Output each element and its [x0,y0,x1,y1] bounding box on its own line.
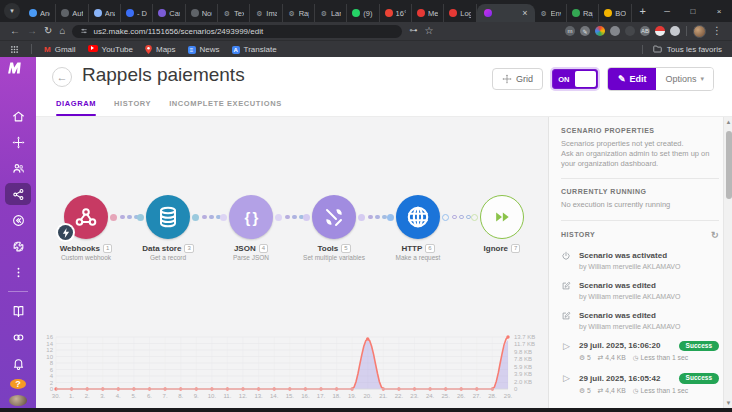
browser-tab[interactable]: ⚙Text [218,4,250,22]
colors-icon[interactable] [595,26,605,36]
browser-tab[interactable]: Anc [24,4,56,22]
play-icon: ▷ [561,341,572,352]
edit-button[interactable]: ✎ Edit [608,68,657,90]
bookmark-gmail[interactable]: MGmail [44,45,76,54]
ab-icon[interactable]: AB [640,26,650,36]
module-ignore[interactable]: Ignore7 [462,195,542,253]
module-circle[interactable] [312,195,356,239]
history-event-item[interactable]: Scenario was editedby William merveille … [561,281,719,300]
back-button[interactable]: ← [52,67,72,87]
pen-icon[interactable]: ✎ [580,26,590,36]
browser-tab[interactable]: ⚙Ima [250,4,282,22]
history-event-item[interactable]: Scenario was editedby William merveille … [561,311,719,330]
module-circle[interactable] [480,195,524,239]
browser-tab[interactable]: Mes [412,4,444,22]
sidebar-item-apps[interactable] [5,235,31,257]
browser-tab[interactable]: 16°I [380,4,412,22]
svg-text:6: 6 [50,367,54,373]
browser-tab[interactable]: Nou [186,4,218,22]
module-circle[interactable] [64,195,108,239]
module-circle[interactable]: { } [229,195,273,239]
module-webhooks[interactable]: Webhooks1Custom webhook [46,195,126,261]
options-button[interactable]: Options ▾ [656,68,713,90]
apps-grid-icon[interactable] [10,45,19,54]
pokeball-icon[interactable] [655,26,665,36]
scroll-up-icon[interactable]: ▲ [724,117,732,127]
address-bar[interactable]: us2.make.com/1151656/scenarios/2493999/e… [72,25,402,38]
sidebar-item-grid-move[interactable] [5,131,31,153]
sidebar-item-templates[interactable] [5,209,31,231]
tab-search-button[interactable]: ▾ [4,3,20,19]
history-run-item[interactable]: ▷29 juil. 2025, 16:05:42Success⚙ 5⇄ 4,4 … [561,373,719,395]
forward-icon[interactable]: → [27,26,37,36]
browser-tab[interactable]: Cam [153,4,185,22]
browser-tab-active[interactable]: × [477,4,535,22]
browser-tab[interactable]: Rap [567,4,599,22]
maximize-button[interactable]: □ [680,0,706,22]
sidebar-item-more[interactable] [5,261,31,283]
browser-tab[interactable]: BOV [599,4,631,22]
grid-button[interactable]: Grid [492,68,543,90]
module-number-badge: 3 [184,244,193,253]
user-avatar[interactable] [9,395,27,406]
browser-tab[interactable]: - Dr [121,4,153,22]
browser-tab[interactable]: Ana [89,4,121,22]
history-refresh-icon[interactable]: ↻ [711,230,719,240]
scenario-on-toggle[interactable]: ON [552,69,598,89]
module-http[interactable]: HTTP6Make a request [378,195,458,261]
sidebar-item-docs[interactable] [5,300,31,322]
all-bookmarks[interactable]: Tous les favoris [642,45,722,54]
bookmark-translate[interactable]: ATranslate [232,45,277,54]
hidden-icon[interactable] [625,26,635,36]
module-circle[interactable] [146,195,190,239]
scenario-properties-title: SCENARIO PROPERTIES [561,127,719,134]
sidebar-item-team[interactable] [5,157,31,179]
browser-tab[interactable]: ⚙Env [535,4,567,22]
bookmark-news[interactable]: ≡News [188,45,220,54]
meet-icon[interactable]: m [565,26,575,36]
back-icon[interactable]: ← [10,26,20,36]
globe-icon [94,9,102,17]
refresh-icon[interactable]: ↻ [44,26,52,36]
browser-tab[interactable]: Aut [56,4,88,22]
help-button[interactable]: ? [10,379,26,389]
history-run-item[interactable]: ▷29 juil. 2025, 16:06:20Success⚙ 5⇄ 4,4 … [561,341,719,363]
new-tab-button[interactable]: + [632,5,654,17]
svg-text:20.: 20. [364,393,373,399]
module-json[interactable]: { }JSON4Parse JSON [211,195,291,261]
home-icon[interactable]: ⌂ [59,26,65,36]
bookmark-star-icon[interactable]: ☆ [424,26,433,36]
grid-move-icon [502,74,512,84]
panel-scrollbar[interactable]: ▲ ▼ [723,117,732,408]
tab-diagram[interactable]: DIAGRAM [56,99,96,116]
toggle-on-label: ON [553,75,575,84]
tab-history[interactable]: HISTORY [114,99,151,116]
bookmark-youtube[interactable]: YouTube [88,45,133,54]
history-event-item[interactable]: Scenario was activatedby William merveil… [561,251,719,270]
scenario-canvas[interactable]: Webhooks1Custom webhookData store3Get a … [36,117,548,408]
profile-avatar[interactable] [693,25,706,38]
sidebar-item-scenarios[interactable] [5,183,31,205]
sidebar-item-connections[interactable] [5,326,31,348]
module-circle[interactable] [396,195,440,239]
sidebar-item-home[interactable] [5,105,31,127]
browser-menu-icon[interactable]: ⋮ [712,26,722,36]
minimize-button[interactable]: ─ [654,0,680,22]
puzzle-icon[interactable] [670,26,680,36]
shield-icon[interactable] [610,26,620,36]
bookmark-maps[interactable]: Maps [145,45,176,54]
browser-tab[interactable]: ⚙Rap [283,4,315,22]
module-tools[interactable]: Tools5Set multiple variables [294,195,374,261]
scrollbar-thumb[interactable] [726,131,732,199]
tab-incomplete-executions[interactable]: INCOMPLETE EXECUTIONS [169,99,282,116]
close-button[interactable]: × [706,0,732,22]
module-data-store[interactable]: Data store3Get a record [128,195,208,261]
scroll-down-icon[interactable]: ▼ [724,398,732,408]
make-logo[interactable] [0,57,36,79]
browser-tab[interactable]: Log [444,4,476,22]
close-tab-icon[interactable]: × [522,9,527,18]
browser-tab[interactable]: (9) V [347,4,379,22]
passkey-icon[interactable]: ⊶ [409,27,417,35]
browser-tab[interactable]: ⚙Lan [315,4,347,22]
sidebar-item-notifications[interactable] [5,352,31,374]
